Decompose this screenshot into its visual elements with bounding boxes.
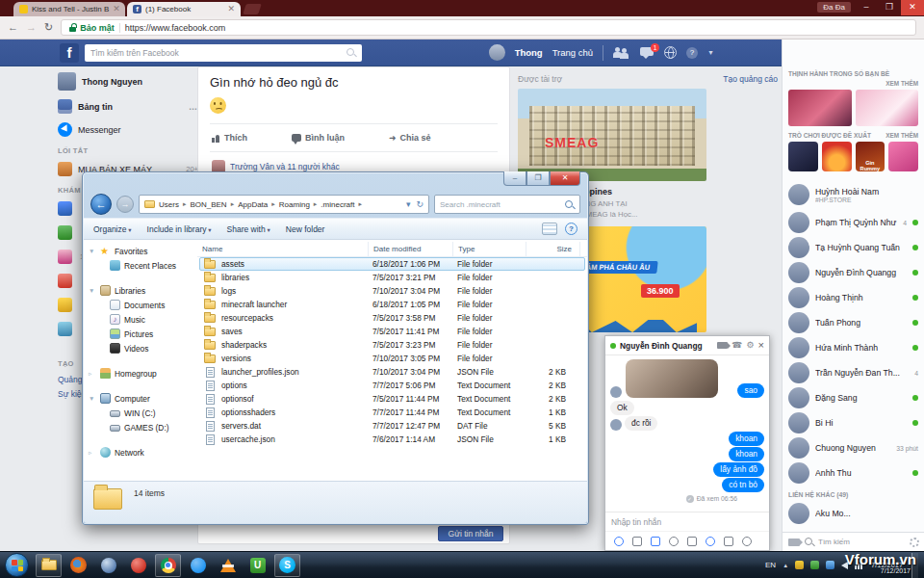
taskbar-chrome-button[interactable] [155,554,181,577]
home-link[interactable]: Trang chủ [552,47,593,58]
sidebar-item-news-feed[interactable]: Bảng tin … [58,99,198,114]
explorer-address-bar[interactable]: Users BON_BEN AppData Roaming .minecraft [139,195,429,214]
url-text[interactable]: https://www.facebook.com [125,23,226,33]
sidebar-item-messenger[interactable]: Messenger [58,122,198,137]
taskbar-explorer-button[interactable] [36,554,62,577]
share-button[interactable]: Chia sẻ [389,133,431,143]
file-row[interactable]: optionsshaders 7/7/2017 11:44 PM Text Do… [199,406,585,419]
tree-item-favorites[interactable]: ▼Favorites [84,244,197,258]
explorer-close-button[interactable] [550,171,580,186]
taskbar-media-player-button[interactable] [95,554,121,577]
browser-tab-1[interactable]: Kiss and Tell - Justin B ✕ [13,2,125,16]
friend-list-item[interactable]: Đặng Sang [788,385,918,410]
breadcrumb-segment[interactable]: Users [159,200,190,209]
friend-list-item[interactable]: Phạm Thị Quỳnh Như 4 [788,210,918,235]
organize-menu[interactable]: Organize [93,224,132,234]
chrome-minimize-button[interactable] [855,0,878,15]
tree-item-documents[interactable]: Documents [84,298,197,312]
comment-button[interactable]: Bình luận [292,133,345,143]
tab2-close-icon[interactable]: ✕ [227,5,235,13]
ad1-image[interactable]: SMEAG [518,89,706,181]
explorer-search-input[interactable] [440,200,564,209]
friend-list-item[interactable]: Trần Nguyễn Đan Th... 4 [788,360,918,385]
tree-item-recent-places[interactable]: Recent Places [84,258,197,273]
tray-app-icon-3[interactable] [826,561,834,569]
account-menu-icon[interactable] [707,49,714,56]
share-with-menu[interactable]: Share with [227,224,270,234]
help-icon[interactable] [686,47,698,59]
notifications-icon[interactable] [664,46,677,59]
column-header-type[interactable]: Type [453,242,526,256]
friend-list-item[interactable]: Tuấn Phong [788,310,918,335]
games-see-more-link[interactable]: XEM THÊM [886,132,918,139]
explorer-maximize-button[interactable] [526,171,550,186]
tree-item-videos[interactable]: Videos [84,341,197,355]
file-row[interactable]: versions 7/10/2017 3:05 PM File folder [199,352,585,365]
friend-list-item[interactable]: Anhh Thu [788,460,918,486]
photo-message[interactable] [626,359,718,398]
tray-expand-icon[interactable] [783,561,788,569]
language-indicator[interactable]: EN [765,561,776,569]
facebook-search-input[interactable] [90,48,342,58]
video-icon[interactable] [788,539,800,546]
tab1-close-icon[interactable]: ✕ [113,5,120,13]
file-row[interactable]: logs 7/10/2017 3:04 PM File folder [199,284,585,298]
tree-item-network[interactable]: ▹Network [84,445,197,460]
chrome-close-button[interactable] [901,0,924,15]
profile-name-link[interactable]: Thong [515,47,543,58]
trending-see-more-link[interactable]: XEM THÊM [886,80,918,87]
sidebar-profile[interactable]: Thong Nguyen [58,72,198,91]
file-row[interactable]: minecraft launcher 6/18/2017 1:05 PM Fil… [199,298,585,311]
chat-call-icon[interactable] [732,341,742,350]
friend-list-item[interactable]: Nguyễn Đình Quangg [788,260,918,285]
forward-icon[interactable]: → [26,22,37,33]
messages-icon[interactable]: 1 [640,47,654,59]
trending-thumb-2[interactable] [856,90,919,126]
column-header-date[interactable]: Date modified [369,242,453,256]
start-button[interactable] [5,553,29,577]
file-row[interactable]: libraries 7/5/2017 3:21 PM File folder [199,271,585,284]
url-omnibox[interactable]: Bảo mật https://www.facebook.com [61,19,916,36]
browser-tab-facebook[interactable]: (1) Facebook ✕ [127,2,241,16]
taskbar-blue-app-button[interactable] [185,554,211,577]
friend-list-item[interactable]: Hứa Minh Thành [788,335,918,360]
address-dropdown-icon[interactable] [406,199,411,209]
chat-message-input[interactable] [611,517,763,527]
include-in-library-menu[interactable]: Include in library [147,224,212,234]
taskbar-vlc-button[interactable] [215,554,241,577]
taskbar-firefox-button[interactable] [65,554,91,577]
tree-item-libraries[interactable]: ▼Libraries [84,283,197,298]
chat-video-call-icon[interactable] [717,342,728,349]
new-tab-button[interactable] [243,4,262,14]
file-row[interactable]: launcher_profiles.json 7/10/2017 3:04 PM… [199,365,585,379]
chat-emoji-icon[interactable] [614,537,624,546]
chat-game-icon[interactable] [724,537,733,546]
explorer-forward-button[interactable]: → [116,196,134,213]
change-view-icon[interactable] [542,223,557,235]
tree-item-drive-d[interactable]: GAMES (D:) [84,420,197,434]
tree-item-computer[interactable]: ▼Computer [84,391,197,406]
chat-gif-icon[interactable] [632,537,642,546]
breadcrumb-segment[interactable]: .minecraft [321,200,366,209]
game-icon-2[interactable] [822,142,852,171]
explorer-help-icon[interactable] [565,223,578,235]
chat-camera-icon[interactable] [669,537,679,546]
tray-app-icon-2[interactable] [810,561,819,569]
friend-list-item[interactable]: Tạ Huỳnh Quang Tuấn [788,235,918,260]
game-icon-4[interactable] [888,142,918,171]
game-icon-1[interactable] [788,142,818,171]
facebook-logo-icon[interactable] [60,43,79,63]
file-row[interactable]: shaderpacks 7/5/2017 3:23 PM File folder [199,338,585,352]
chat-sticker-icon[interactable] [651,537,660,546]
trending-thumb-1[interactable] [788,90,852,126]
chat-photo-icon[interactable] [687,537,697,546]
send-message-button[interactable]: Gửi tin nhắn [438,526,503,541]
breadcrumb-segment[interactable]: AppData [238,200,279,209]
chat-settings-gear-icon[interactable] [746,341,754,350]
back-icon[interactable]: ← [8,22,18,33]
facebook-search-box[interactable] [85,44,362,62]
file-row[interactable]: usercache.json 7/6/2017 1:14 AM JSON Fil… [199,433,585,446]
file-row[interactable]: optionsof 7/5/2017 11:44 PM Text Documen… [199,392,585,406]
breadcrumb-segment[interactable]: Roaming [279,200,321,209]
tray-app-icon-1[interactable] [795,561,804,569]
